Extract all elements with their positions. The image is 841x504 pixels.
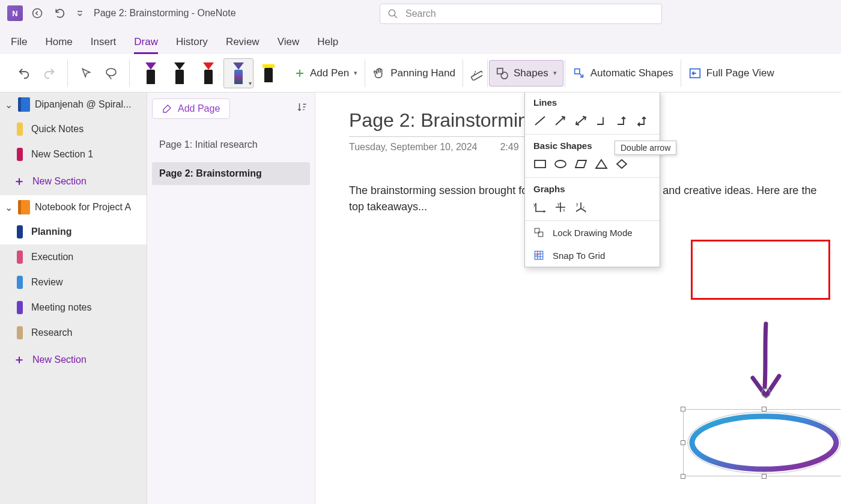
tab-review[interactable]: Review (226, 36, 260, 54)
full-page-label: Full Page View (706, 67, 774, 79)
notebook-nav: ⌄ Dipanjenah @ Spiral... Quick Notes New… (0, 93, 147, 504)
shapes-dropdown: Lines Basic Shapes Graphs yx (524, 93, 660, 267)
lock-drawing-mode[interactable]: Lock Drawing Mode (525, 221, 660, 244)
svg-point-5 (501, 72, 508, 79)
search-placeholder: Search (405, 8, 436, 19)
svg-text:y: y (576, 202, 578, 207)
pen-purple[interactable] (137, 58, 165, 88)
tab-file[interactable]: File (11, 36, 27, 54)
svg-rect-14 (535, 160, 545, 168)
shape-diamond[interactable] (614, 157, 630, 171)
svg-text:z: z (583, 205, 584, 209)
highlighter-yellow[interactable] (255, 58, 282, 88)
shape-elbow[interactable] (594, 114, 609, 128)
shape-line[interactable] (532, 114, 548, 128)
svg-rect-3 (471, 71, 482, 80)
add-pen-button[interactable]: Add Pen ▾ (288, 60, 363, 87)
notebook-icon (18, 97, 30, 112)
undo-button[interactable] (13, 60, 35, 87)
new-section-button-1[interactable]: ＋New Section (0, 167, 147, 195)
add-pen-label: Add Pen (310, 67, 349, 79)
page-item-1[interactable]: Page 1: Initial research (152, 133, 310, 156)
section-quick-notes[interactable]: Quick Notes (0, 117, 147, 142)
pen-galaxy[interactable]: ▾ (223, 58, 254, 88)
svg-text:y: y (557, 202, 560, 207)
shape-rectangle[interactable] (532, 157, 548, 171)
page-time: 2:49 (500, 142, 518, 153)
shapes-group-graphs: Graphs (525, 178, 660, 198)
ink-arrow[interactable] (742, 321, 790, 405)
chevron-down-icon: ⌄ (4, 99, 13, 111)
svg-text:y: y (533, 202, 536, 207)
tab-view[interactable]: View (278, 36, 300, 54)
ribbon: ▾ Add Pen ▾ Panning Hand Shapes ▾ Automa… (0, 54, 841, 93)
automatic-shapes-button[interactable]: Automatic Shapes (566, 60, 679, 87)
title-bar: N Page 2: Brainstorming - OneNote Search (0, 0, 841, 26)
notebook-icon (18, 200, 30, 214)
section-execution[interactable]: Execution (0, 244, 147, 270)
chevron-down-icon: ⌄ (4, 202, 13, 213)
svg-point-9 (692, 416, 836, 469)
shapes-button[interactable]: Shapes ▾ (489, 60, 563, 87)
section-research[interactable]: Research (0, 320, 147, 345)
panning-hand-label: Panning Hand (390, 67, 455, 79)
add-page-button[interactable]: Add Page (152, 99, 230, 119)
shape-graph-xy[interactable]: yx (532, 200, 548, 214)
section-planning[interactable]: Planning (0, 219, 147, 244)
select-tool[interactable] (75, 60, 97, 87)
page-date: Tuesday, September 10, 2024 (349, 142, 477, 153)
shape-double-arrow[interactable] (573, 114, 589, 128)
page-item-2[interactable]: Page 2: Brainstorming (152, 162, 310, 185)
notebook-header-1[interactable]: ⌄ Dipanjenah @ Spiral... (0, 93, 147, 117)
plus-icon: ＋ (13, 173, 25, 189)
app-icon: N (7, 5, 23, 21)
svg-text:x: x (543, 209, 545, 213)
page-canvas[interactable]: Page 2: Brainstorming Tuesday, September… (315, 93, 841, 504)
selected-oval-shape[interactable] (683, 409, 841, 476)
svg-point-10 (688, 412, 840, 473)
customize-qat-button[interactable] (74, 5, 85, 22)
shape-graph-cross[interactable]: yx (553, 200, 568, 214)
svg-point-1 (389, 10, 395, 16)
shape-triangle[interactable] (594, 157, 609, 171)
shape-arrow[interactable] (553, 114, 568, 128)
pen-red[interactable] (195, 58, 222, 88)
undo-button-top[interactable] (52, 5, 68, 22)
chevron-down-icon[interactable]: ▾ (249, 80, 252, 87)
section-new-section-1[interactable]: New Section 1 (0, 142, 147, 167)
svg-text:x: x (563, 208, 565, 212)
page-list-panel: Add Page Page 1: Initial research Page 2… (147, 93, 315, 504)
section-review[interactable]: Review (0, 270, 147, 295)
full-page-view-button[interactable]: Full Page View (682, 60, 780, 87)
window-title: Page 2: Brainstorming - OneNote (91, 8, 236, 19)
tab-draw[interactable]: Draw (134, 36, 158, 54)
shapes-group-lines: Lines (525, 93, 660, 111)
notebook-header-2[interactable]: ⌄ Notebook for Project A (0, 195, 147, 219)
shape-elbow-double-arrow[interactable] (634, 114, 650, 128)
svg-point-2 (106, 68, 116, 76)
shape-graph-3d[interactable]: yzx (573, 200, 589, 214)
svg-line-13 (577, 117, 585, 124)
svg-text:x: x (584, 210, 586, 213)
section-meeting-notes[interactable]: Meeting notes (0, 295, 147, 320)
svg-point-0 (33, 9, 42, 18)
shape-elbow-arrow[interactable] (614, 114, 630, 128)
tab-help[interactable]: Help (317, 36, 338, 54)
panning-hand-button[interactable]: Panning Hand (366, 60, 461, 87)
tab-home[interactable]: Home (45, 36, 72, 54)
tab-insert[interactable]: Insert (91, 36, 117, 54)
svg-line-11 (535, 117, 545, 125)
search-box[interactable]: Search (380, 4, 662, 24)
lasso-tool[interactable] (100, 60, 122, 87)
pen-black[interactable] (166, 58, 193, 88)
ruler-button[interactable] (464, 60, 486, 87)
shape-ellipse[interactable] (553, 157, 568, 171)
shape-parallelogram[interactable] (573, 157, 589, 171)
sort-pages-button[interactable] (297, 102, 308, 115)
drawn-rectangle[interactable] (691, 240, 830, 300)
back-button[interactable] (29, 5, 46, 22)
new-section-button-2[interactable]: ＋New Section (0, 345, 147, 374)
snap-to-grid[interactable]: Snap To Grid (525, 244, 660, 267)
tab-history[interactable]: History (176, 36, 208, 54)
automatic-shapes-label: Automatic Shapes (591, 67, 673, 79)
